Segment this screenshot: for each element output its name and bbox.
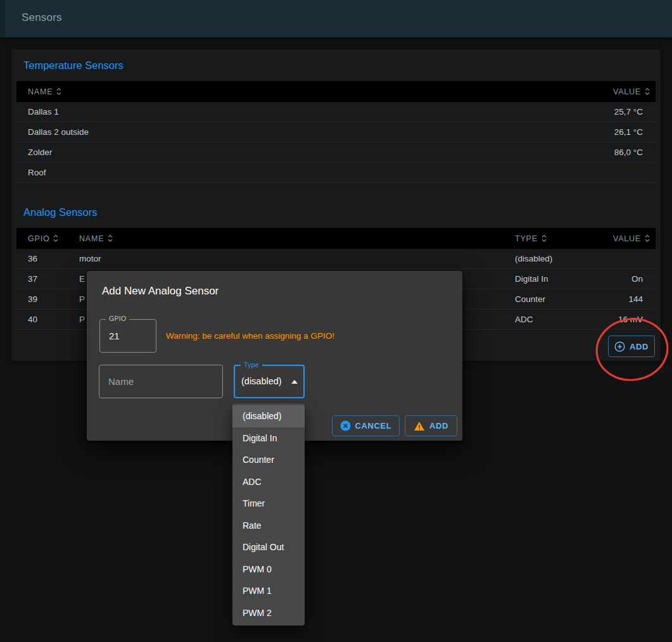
dropdown-option-pwm2[interactable]: PWM 2: [232, 602, 305, 624]
dropdown-option-timer[interactable]: Timer: [232, 493, 305, 515]
cell-gpio: 39: [28, 294, 79, 304]
cell-name: motor: [79, 254, 515, 263]
cell-type: ADC: [515, 315, 607, 324]
cancel-button-label: CANCEL: [355, 421, 392, 431]
col-header-label: GPIO: [28, 234, 49, 243]
caret-up-icon: [291, 380, 298, 384]
cell-value: 86,0 °C: [580, 148, 656, 157]
col-header-label: NAME: [79, 234, 104, 243]
col-header-label: TYPE: [515, 234, 538, 243]
dialog-add-button[interactable]: ADD: [405, 415, 457, 436]
table-row: Zolder 86,0 °C: [16, 142, 656, 163]
cell-value: 26,1 °C: [580, 127, 656, 137]
temperature-table: NAME VALUE Dallas 1 25,7 °C Dallas 2 out…: [16, 81, 656, 183]
page-title: Sensors: [22, 11, 62, 24]
add-button-label: ADD: [429, 421, 448, 431]
cell-value: On: [607, 274, 643, 284]
type-select-value: (disabled): [241, 376, 282, 386]
table-row: Roof: [16, 163, 656, 183]
col-header-label: VALUE: [613, 87, 641, 96]
cell-name: Roof: [16, 168, 580, 177]
cell-name: Zolder: [16, 148, 580, 157]
screen: Sensors Temperature Sensors NAME VALUE D…: [0, 0, 672, 642]
dropdown-option-pwm1[interactable]: PWM 1: [232, 580, 305, 602]
name-field[interactable]: [99, 365, 223, 398]
sort-icon: [644, 87, 650, 96]
cell-value: 25,7 °C: [580, 107, 656, 116]
add-analog-sensor-button[interactable]: ADD: [608, 336, 655, 357]
app-header: Sensors: [0, 0, 672, 37]
col-header-label: VALUE: [613, 234, 641, 243]
cancel-icon: [340, 420, 351, 431]
table-row: Dallas 1 25,7 °C: [16, 102, 656, 122]
analog-table-header: GPIO NAME TYPE VALUE: [16, 228, 656, 249]
cell-type: (disabled): [515, 254, 607, 263]
col-header-name[interactable]: NAME: [16, 87, 580, 96]
add-button-label: ADD: [630, 342, 649, 351]
cell-value: 144: [607, 294, 643, 304]
dropdown-option-pwm0[interactable]: PWM 0: [232, 558, 305, 581]
cancel-button[interactable]: CANCEL: [332, 415, 400, 436]
table-row: Dallas 2 outside 26,1 °C: [16, 122, 656, 142]
gpio-field[interactable]: GPIO: [99, 319, 156, 353]
col-header-type[interactable]: TYPE: [515, 234, 607, 243]
dropdown-option-adc[interactable]: ADC: [232, 471, 305, 493]
dropdown-option-counter[interactable]: Counter: [232, 449, 305, 471]
add-circle-icon: [614, 341, 625, 352]
col-header-value[interactable]: VALUE: [607, 234, 650, 243]
cell-type: Counter: [515, 294, 607, 304]
sort-icon: [56, 87, 62, 96]
type-field-label: Type: [241, 361, 262, 368]
warning-icon: [414, 421, 425, 431]
sort-icon: [541, 234, 547, 242]
dialog-title: Add New Analog Sensor: [102, 285, 219, 298]
table-row: 36 motor (disabled): [16, 249, 656, 269]
temperature-section-title: Temperature Sensors: [23, 60, 124, 72]
col-header-value[interactable]: VALUE: [580, 87, 656, 96]
col-header-gpio[interactable]: GPIO: [28, 234, 79, 243]
type-select[interactable]: Type (disabled): [234, 365, 305, 398]
cell-gpio: 40: [28, 315, 79, 324]
header-edge: [0, 0, 5, 37]
cell-type: Digital In: [515, 274, 607, 284]
gpio-input[interactable]: [100, 320, 156, 352]
sort-icon: [107, 234, 113, 242]
cell-name: Dallas 1: [16, 107, 580, 116]
col-header-label: NAME: [28, 87, 53, 96]
col-header-name[interactable]: NAME: [79, 234, 515, 243]
cell-gpio: 36: [28, 254, 79, 263]
temperature-table-header: NAME VALUE: [16, 81, 656, 102]
sort-icon: [53, 234, 59, 242]
dropdown-option-disabled[interactable]: (disabled): [232, 405, 305, 427]
dropdown-option-digital-out[interactable]: Digital Out: [232, 536, 305, 558]
dropdown-option-digital-in[interactable]: Digital In: [232, 427, 305, 450]
dropdown-option-rate[interactable]: Rate: [232, 515, 305, 537]
analog-section-title: Analog Sensors: [23, 206, 98, 218]
type-dropdown-menu: (disabled) Digital In Counter ADC Timer …: [232, 403, 305, 626]
name-input[interactable]: [99, 365, 222, 398]
cell-name: Dallas 2 outside: [16, 127, 580, 137]
gpio-warning-text: Warning: be careful when assigning a GPI…: [166, 331, 334, 341]
cell-gpio: 37: [28, 274, 79, 284]
sort-icon: [644, 234, 650, 242]
cell-value: 16 mV: [607, 315, 643, 324]
